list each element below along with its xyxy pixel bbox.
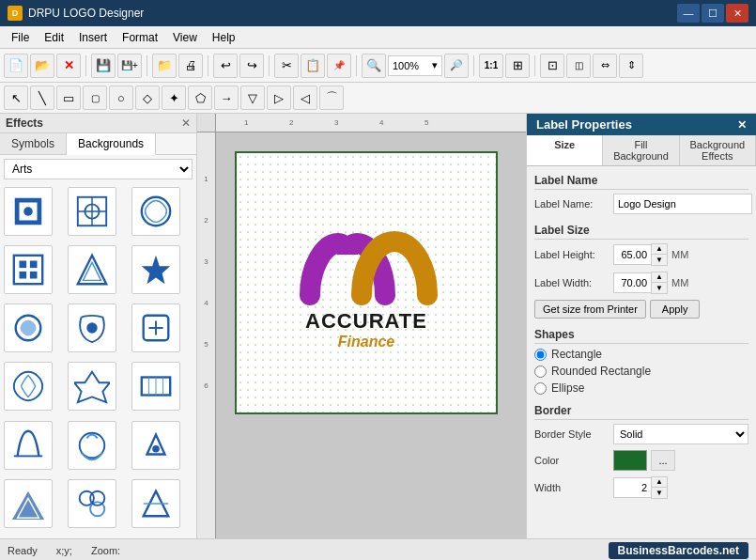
label-width-input[interactable] — [613, 272, 651, 293]
border-color-picker-button[interactable]: ... — [651, 450, 675, 471]
align-button[interactable]: ◫ — [566, 54, 591, 78]
width-up-button[interactable]: ▲ — [652, 272, 667, 283]
symbol-item[interactable] — [131, 362, 180, 411]
tab-backgrounds[interactable]: Backgrounds — [67, 133, 156, 155]
right-panel-close[interactable]: ✕ — [737, 118, 747, 132]
redo-button[interactable]: ↪ — [239, 54, 264, 78]
width-down-button[interactable]: ▼ — [652, 283, 667, 293]
height-down-button[interactable]: ▼ — [652, 255, 667, 265]
menu-edit[interactable]: Edit — [37, 29, 71, 46]
label-height-input[interactable] — [613, 244, 651, 265]
symbol-item[interactable] — [4, 421, 53, 470]
tab-symbols[interactable]: Symbols — [0, 133, 67, 154]
title-bar-controls[interactable]: — ☐ ✕ — [677, 4, 748, 23]
symbol-item[interactable] — [131, 245, 180, 294]
symbol-item[interactable] — [4, 303, 53, 352]
ellipse-tool[interactable]: ○ — [109, 86, 133, 110]
zoom-input[interactable] — [393, 60, 430, 71]
paste-button[interactable]: 📌 — [327, 54, 351, 78]
open-file-button[interactable]: 📁 — [152, 54, 177, 78]
scale-button[interactable]: 1:1 — [479, 54, 503, 78]
save-button[interactable]: 💾 — [91, 54, 116, 78]
menu-insert[interactable]: Insert — [71, 29, 115, 46]
width-spinner-buttons: ▲ ▼ — [651, 272, 668, 294]
cut-button[interactable]: ✂ — [274, 54, 299, 78]
symbol-item[interactable] — [131, 479, 180, 528]
rectangle-radio[interactable] — [534, 349, 547, 361]
watermark-badge: BusinessBarcodes.net — [609, 542, 748, 559]
play-tool[interactable]: ▷ — [267, 86, 291, 110]
logo-text: ACCURATE Finance — [305, 309, 427, 350]
menu-file[interactable]: File — [4, 29, 37, 46]
tab-size[interactable]: Size — [527, 135, 603, 165]
line-tool[interactable]: ╲ — [30, 86, 54, 110]
label-size-section: Label Size Label Height: ▲ ▼ MM Label Wi… — [534, 224, 748, 319]
get-printer-button[interactable]: Get size from Printer — [534, 300, 646, 319]
symbol-item[interactable] — [68, 187, 116, 236]
menu-format[interactable]: Format — [115, 29, 165, 46]
close-doc-button[interactable]: ✕ — [56, 54, 81, 78]
diamond-tool[interactable]: ◇ — [135, 86, 160, 110]
border-width-spinner-buttons: ▲ ▼ — [651, 476, 668, 499]
apply-button[interactable]: Apply — [650, 300, 701, 319]
symbol-item[interactable] — [68, 362, 116, 411]
border-style-select[interactable]: Solid Dashed Dotted Double — [613, 424, 748, 444]
zoom-box: ▾ — [388, 55, 442, 76]
arc-tool[interactable]: ⌒ — [319, 86, 344, 110]
arrow-tool[interactable]: → — [214, 86, 239, 110]
label-canvas[interactable]: ACCURATE Finance — [235, 151, 498, 414]
menu-view[interactable]: View — [165, 29, 205, 46]
symbol-item[interactable] — [4, 187, 53, 236]
category-dropdown[interactable]: Arts Nature Business Abstract Animals — [4, 159, 193, 179]
rounded-rect-radio[interactable] — [534, 366, 547, 378]
border-width-input[interactable] — [613, 477, 651, 498]
symbol-item[interactable] — [4, 245, 53, 294]
tab-background-effects[interactable]: Background Effects — [680, 135, 756, 165]
label-name-input[interactable] — [613, 194, 752, 214]
symbol-item[interactable] — [68, 421, 116, 470]
close-button[interactable]: ✕ — [726, 4, 748, 23]
symbol-item[interactable] — [131, 421, 180, 470]
symbol-item[interactable] — [68, 245, 116, 294]
maximize-button[interactable]: ☐ — [702, 4, 724, 23]
symbol-item[interactable] — [131, 303, 180, 352]
border-width-up-button[interactable]: ▲ — [652, 477, 667, 488]
back-arrow-tool[interactable]: ◁ — [293, 86, 317, 110]
triangle-tool[interactable]: ▽ — [240, 86, 265, 110]
panel-close-button[interactable]: ✕ — [181, 117, 191, 130]
roundrect-tool[interactable]: ▢ — [83, 86, 107, 110]
zoom-out-button[interactable]: 🔎 — [444, 54, 469, 78]
save-as-button[interactable]: 💾+ — [117, 54, 142, 78]
border-width-label: Width — [534, 482, 609, 493]
copy-button[interactable]: 📋 — [301, 54, 325, 78]
new-button[interactable]: 📄 — [4, 54, 28, 78]
flip-h-button[interactable]: ⇔ — [593, 54, 617, 78]
undo-button[interactable]: ↩ — [213, 54, 238, 78]
canvas-content: ACCURATE Finance — [216, 132, 526, 538]
height-up-button[interactable]: ▲ — [652, 244, 667, 255]
canvas-area[interactable]: 1 2 3 4 5 1 2 3 4 5 6 — [197, 114, 526, 538]
ellipse-radio[interactable] — [534, 382, 547, 395]
print-button[interactable]: 🖨 — [178, 54, 203, 78]
tab-fill-background[interactable]: Fill Background — [603, 135, 679, 165]
menu-help[interactable]: Help — [205, 29, 243, 46]
zoom-dropdown-arrow[interactable]: ▾ — [432, 59, 438, 71]
pentagon-tool[interactable]: ⬠ — [188, 86, 212, 110]
minimize-button[interactable]: — — [677, 4, 700, 23]
symbol-item[interactable] — [4, 479, 53, 528]
rect-tool[interactable]: ▭ — [56, 86, 81, 110]
zoom-in-button[interactable]: 🔍 — [362, 54, 386, 78]
properties-button[interactable]: ⊡ — [540, 54, 564, 78]
star-tool[interactable]: ✦ — [162, 86, 186, 110]
symbol-item[interactable] — [68, 303, 116, 352]
symbol-item[interactable] — [68, 479, 116, 528]
open-button[interactable]: 📂 — [30, 54, 54, 78]
border-color-swatch[interactable] — [613, 450, 647, 471]
symbol-item[interactable] — [4, 362, 53, 411]
flip-v-button[interactable]: ⇕ — [619, 54, 643, 78]
select-tool[interactable]: ↖ — [4, 86, 28, 110]
border-section: Border Border Style Solid Dashed Dotted … — [534, 404, 748, 499]
border-width-down-button[interactable]: ▼ — [652, 488, 667, 498]
symbol-item[interactable] — [131, 187, 180, 236]
grid-button[interactable]: ⊞ — [505, 54, 530, 78]
